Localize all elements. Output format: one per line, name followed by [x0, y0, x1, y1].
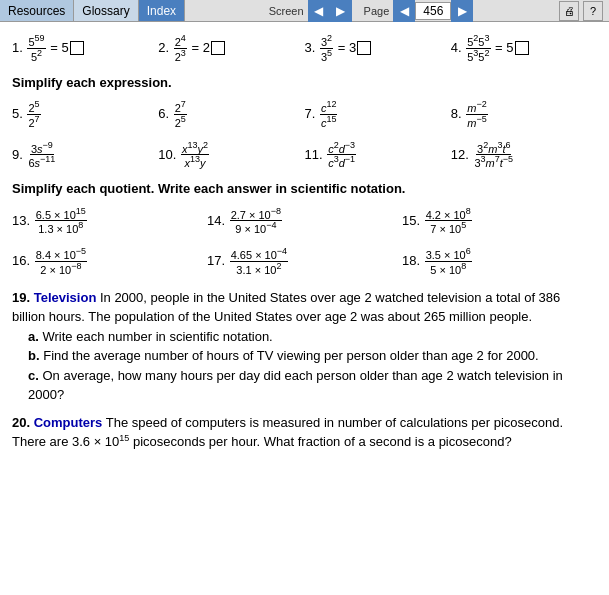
page-label: Page	[360, 5, 394, 17]
tab-index[interactable]: Index	[139, 0, 185, 21]
problem-6: 6. 27 25	[158, 96, 304, 133]
problem-19: 19. Television In 2000, people in the Un…	[12, 288, 597, 405]
problem-9: 9. 3s−9 6s−11	[12, 137, 158, 174]
prev-page-button[interactable]: ◀	[393, 0, 415, 22]
problems-row-1: 1. 559 52 = 5 2. 24 23 = 2 3. 32 35 = 3	[12, 30, 597, 67]
section2-header: Simplify each quotient. Write each answe…	[12, 179, 597, 199]
answer-box-4	[515, 41, 529, 55]
p19-part-c: c. On average, how many hours per day di…	[28, 366, 597, 405]
problem-10: 10. x13y2 x13y	[158, 137, 304, 174]
problems-row-5: 16. 8.4 × 10−5 2 × 10−8 17. 4.65 × 10−4 …	[12, 243, 597, 280]
problem-13: 13. 6.5 × 1015 1.3 × 108	[12, 203, 207, 240]
p20-label: Computers	[34, 415, 103, 430]
p20-exponent: 15	[119, 433, 129, 443]
p19-part-b: b. Find the average number of hours of T…	[28, 346, 597, 366]
problem-11: 11. c2d−3 c3d−1	[305, 137, 451, 174]
problem-8: 8. m−2 m−5	[451, 96, 597, 133]
tab-glossary[interactable]: Glossary	[74, 0, 138, 21]
problem-2: 2. 24 23 = 2	[158, 30, 304, 67]
problem-18: 18. 3.5 × 106 5 × 108	[402, 243, 597, 280]
top-nav: Resources Glossary Index Screen ◀ ▶ Page…	[0, 0, 609, 22]
problem-17: 17. 4.65 × 10−4 3.1 × 102	[207, 243, 402, 280]
nav-utilities: 🖨 ?	[553, 0, 609, 21]
next-page-button[interactable]: ▶	[451, 0, 473, 22]
prev-screen-button[interactable]: ◀	[308, 0, 330, 22]
problem-12: 12. 32m3t6 33m7t−5	[451, 137, 597, 174]
next-screen-button[interactable]: ▶	[330, 0, 352, 22]
p20-body-post: picoseconds per hour. What fraction of a…	[129, 434, 511, 449]
problem-1: 1. 559 52 = 5	[12, 30, 158, 67]
page-number: 456	[415, 2, 451, 20]
problem-16: 16. 8.4 × 10−5 2 × 10−8	[12, 243, 207, 280]
answer-box-1	[70, 41, 84, 55]
section1-header: Simplify each expression.	[12, 73, 597, 93]
problem-20: 20. Computers The speed of computers is …	[12, 413, 597, 452]
problem-15: 15. 4.2 × 108 7 × 105	[402, 203, 597, 240]
tab-resources[interactable]: Resources	[0, 0, 74, 21]
content-area: 1. 559 52 = 5 2. 24 23 = 2 3. 32 35 = 3	[0, 22, 609, 464]
problems-row-2: 5. 25 27 6. 27 25 7. c12 c15 8.	[12, 96, 597, 133]
problems-row-3: 9. 3s−9 6s−11 10. x13y2 x13y 11. c2d−3 c…	[12, 137, 597, 174]
problem-4: 4. 5253 5352 = 5	[451, 30, 597, 67]
problem-3: 3. 32 35 = 3	[305, 30, 451, 67]
problem-5: 5. 25 27	[12, 96, 158, 133]
p19-label: Television	[34, 290, 97, 305]
problem-14: 14. 2.7 × 10−8 9 × 10−4	[207, 203, 402, 240]
page-navigation: Screen ◀ ▶ Page ◀ 456 ▶	[185, 0, 553, 21]
problems-row-4: 13. 6.5 × 1015 1.3 × 108 14. 2.7 × 10−8 …	[12, 203, 597, 240]
problem-7: 7. c12 c15	[305, 96, 451, 133]
p19-part-a: a. Write each number in scientific notat…	[28, 327, 597, 347]
print-button[interactable]: 🖨	[559, 1, 579, 21]
answer-box-2	[211, 41, 225, 55]
screen-label: Screen	[265, 5, 308, 17]
help-button[interactable]: ?	[583, 1, 603, 21]
answer-box-3	[357, 41, 371, 55]
